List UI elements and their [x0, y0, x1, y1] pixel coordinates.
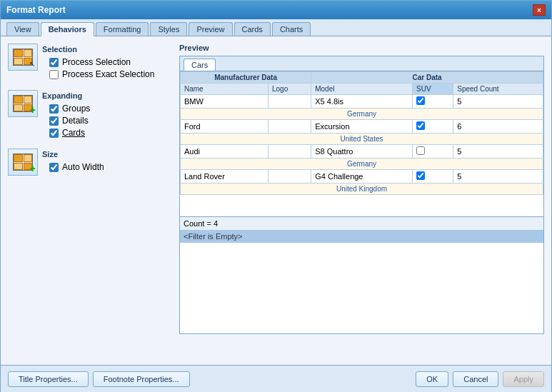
group-germany: Germany: [181, 109, 543, 120]
count-footer: Count = 4: [180, 216, 543, 230]
bottom-right-buttons: OK Cancel Apply: [416, 371, 544, 387]
window-title: Format Report: [6, 5, 66, 15]
table-row: United Kingdom: [181, 184, 543, 195]
groups-checkbox[interactable]: [49, 104, 59, 114]
cell-suv: [413, 145, 453, 159]
selection-icon: ↖: [8, 44, 38, 71]
col-name: Name: [181, 84, 269, 95]
group-us: United States: [181, 134, 543, 145]
process-selection-row: Process Selection: [49, 57, 172, 67]
tab-preview[interactable]: Preview: [189, 22, 232, 36]
size-icon: +: [8, 149, 38, 176]
process-exact-selection-checkbox[interactable]: [49, 70, 59, 79]
cell-suv: [413, 170, 453, 184]
expanding-section: + Expanding Groups Details: [8, 90, 172, 140]
suv-checkbox-audi: [416, 146, 425, 155]
process-exact-selection-label: Process Exact Selection: [62, 69, 154, 79]
expanding-label: Expanding: [42, 91, 172, 100]
ok-button[interactable]: OK: [416, 371, 448, 387]
apply-button[interactable]: Apply: [503, 371, 544, 387]
bottom-bar: Title Properties... Footnote Properties.…: [1, 365, 551, 392]
size-section: + Size Auto Width: [8, 149, 172, 176]
cancel-button[interactable]: Cancel: [453, 371, 498, 387]
group-germany-2: Germany: [181, 159, 543, 170]
cell-name: Audi: [181, 145, 269, 159]
bottom-left-buttons: Title Properties... Footnote Properties.…: [8, 371, 190, 387]
close-button[interactable]: ×: [533, 4, 546, 16]
cell-logo: [268, 95, 311, 109]
preview-box: Cars Manufacturer Data Car Data Name Log…: [179, 56, 544, 334]
auto-width-row: Auto Width: [49, 162, 172, 172]
table-row: Germany: [181, 109, 543, 120]
cell-name: BMW: [181, 95, 269, 109]
tab-bar: View Behaviors Formatting Styles Preview…: [1, 19, 551, 36]
suv-checkbox-bmw: [416, 96, 425, 105]
size-label: Size: [42, 150, 172, 159]
format-report-window: Format Report × View Behaviors Formattin…: [0, 0, 552, 392]
cell-model: S8 Quattro: [311, 145, 413, 159]
suv-checkbox-ford: [416, 121, 425, 130]
col-speed: Speed Count: [453, 84, 543, 95]
expand-plus-icon: +: [30, 105, 36, 115]
table-row: Land Rover G4 Challenge 5: [181, 170, 543, 184]
table-row: Germany: [181, 159, 543, 170]
cell-name: Ford: [181, 120, 269, 134]
cell-suv: [413, 95, 453, 109]
group-uk: United Kingdom: [181, 184, 543, 195]
manufacturer-header: Manufacturer Data: [181, 72, 311, 84]
tab-behaviors[interactable]: Behaviors: [41, 22, 94, 36]
right-panel: Preview Cars Manufacturer Data Car Data …: [179, 44, 544, 358]
filter-bar: <Filter is Empty>: [180, 230, 543, 243]
auto-width-label: Auto Width: [62, 162, 104, 172]
col-logo: Logo: [268, 84, 311, 95]
details-row: Details: [49, 116, 172, 126]
preview-tab-bar: Cars: [180, 56, 543, 71]
details-checkbox[interactable]: [49, 116, 59, 126]
tab-styles[interactable]: Styles: [150, 22, 187, 36]
groups-label: Groups: [62, 104, 90, 114]
cell-logo: [268, 120, 311, 134]
selection-checkboxes: Selection Process Selection Process Exac…: [42, 44, 172, 81]
cell-logo: [268, 170, 311, 184]
groups-row: Groups: [49, 104, 172, 114]
suv-checkbox-landrover: [416, 171, 425, 180]
size-checkboxes: Size Auto Width: [42, 149, 172, 174]
content-area: ↖ Selection Process Selection Process Ex…: [1, 36, 551, 365]
details-label: Details: [62, 116, 89, 126]
title-properties-button[interactable]: Title Properties...: [8, 371, 89, 387]
selection-label: Selection: [42, 45, 172, 54]
cell-speed: 6: [453, 120, 543, 134]
footnote-properties-button[interactable]: Footnote Properties...: [93, 371, 190, 387]
size-plus-icon: +: [30, 164, 36, 174]
table-row: Ford Excursion 6: [181, 120, 543, 134]
auto-width-checkbox[interactable]: [49, 163, 59, 172]
cards-row: Cards: [49, 128, 172, 138]
tab-charts[interactable]: Charts: [272, 22, 311, 36]
col-suv: SUV: [413, 84, 453, 95]
title-bar: Format Report ×: [1, 1, 551, 19]
cell-suv: [413, 120, 453, 134]
process-selection-checkbox[interactable]: [49, 58, 59, 67]
selection-section: ↖ Selection Process Selection Process Ex…: [8, 44, 172, 81]
tab-formatting[interactable]: Formatting: [96, 22, 149, 36]
left-panel: ↖ Selection Process Selection Process Ex…: [8, 44, 172, 358]
cell-speed: 5: [453, 145, 543, 159]
process-exact-selection-row: Process Exact Selection: [49, 69, 172, 79]
cards-label: Cards: [62, 128, 85, 138]
table-row: BMW X5 4.8is 5: [181, 95, 543, 109]
expanding-checkboxes: Expanding Groups Details Cards: [42, 90, 172, 140]
tab-view[interactable]: View: [6, 22, 39, 36]
cell-logo: [268, 145, 311, 159]
cell-speed: 5: [453, 95, 543, 109]
cards-checkbox[interactable]: [49, 129, 59, 138]
col-model: Model: [311, 84, 413, 95]
preview-cars-tab[interactable]: Cars: [184, 59, 216, 71]
table-row: Audi S8 Quattro 5: [181, 145, 543, 159]
car-header: Car Data: [311, 72, 543, 84]
tab-cards[interactable]: Cards: [234, 22, 271, 36]
table-row: United States: [181, 134, 543, 145]
cell-model: G4 Challenge: [311, 170, 413, 184]
cell-name: Land Rover: [181, 170, 269, 184]
process-selection-label: Process Selection: [62, 57, 131, 67]
cell-model: Excursion: [311, 120, 413, 134]
